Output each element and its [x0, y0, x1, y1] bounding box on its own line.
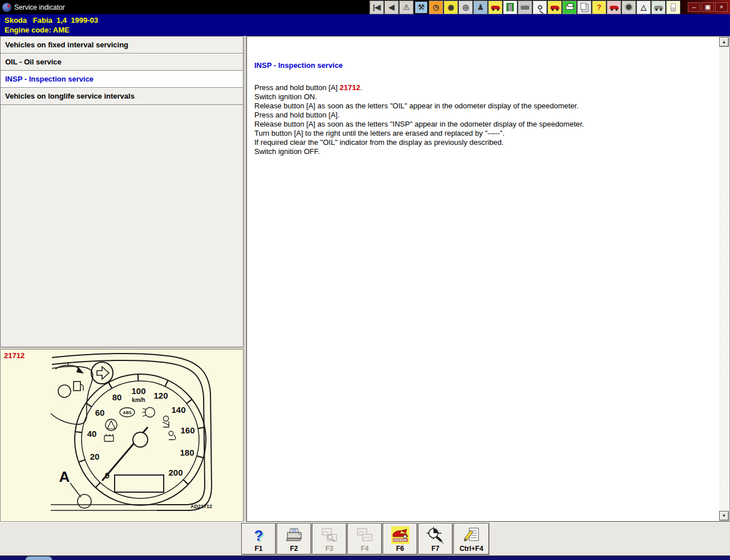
- app-icon: [2, 3, 11, 12]
- nav-car-codes-icon[interactable]: [548, 1, 562, 14]
- f4-label: F4: [360, 545, 368, 553]
- nav-technician-icon[interactable]: ♟: [473, 1, 488, 14]
- dial-label-160: 160: [180, 425, 194, 435]
- menu-item-oil-service[interactable]: OIL - Oil service: [1, 54, 243, 71]
- service-times-icon: [426, 527, 445, 544]
- taskbar-edge: [0, 555, 730, 560]
- vehicle-data-button[interactable]: F6: [383, 523, 417, 555]
- edit-document-icon: [463, 527, 481, 544]
- print-button[interactable]: F2: [277, 523, 311, 555]
- dial-label-200: 200: [168, 468, 182, 477]
- vertical-scrollbar[interactable]: ▲ ▼: [719, 37, 729, 521]
- images-icon: [356, 527, 374, 543]
- nav-first-icon[interactable]: |◀: [370, 1, 384, 14]
- nav-cars-icon[interactable]: [651, 1, 666, 14]
- minimize-button[interactable]: –: [688, 2, 700, 12]
- dial-label-140: 140: [171, 405, 185, 415]
- instruction-line: Release button [A] as soon as the letter…: [254, 102, 707, 111]
- f7-label: F7: [431, 545, 439, 553]
- f6-label: F6: [396, 545, 404, 553]
- instruction-line: Switch ignition OFF.: [254, 147, 707, 156]
- nav-service-indicator-icon[interactable]: [488, 1, 502, 14]
- dial-label-60: 60: [95, 408, 105, 417]
- service-times-button[interactable]: F7: [418, 523, 453, 555]
- papers-pictogram: [581, 3, 586, 10]
- restore-button[interactable]: ▣: [701, 2, 714, 12]
- f1-label: F1: [254, 545, 262, 553]
- figure-code: AD21712: [190, 504, 212, 509]
- nav-print-icon[interactable]: [562, 1, 577, 14]
- button-a-label: A: [59, 468, 70, 485]
- nav-warning-icon[interactable]: ⚠: [399, 1, 413, 14]
- dial-label-100: 100: [131, 386, 145, 396]
- instruction-line: Release button [A] as soon as the letter…: [254, 120, 707, 129]
- nav-back-icon[interactable]: ◀: [384, 1, 399, 14]
- nav-key-icon[interactable]: [533, 1, 547, 14]
- content-heading: INSP - Inspection service: [254, 61, 707, 70]
- instruction-line: If required clear the "OIL" indicator fr…: [254, 138, 707, 147]
- car-pictogram: [654, 6, 663, 9]
- nav-service-schedule-icon[interactable]: ◷: [429, 1, 443, 14]
- car-pictogram: [550, 6, 559, 9]
- function-key-toolbar: ? F1 F2 F3: [0, 522, 730, 555]
- help-button[interactable]: ? F1: [241, 523, 276, 555]
- glyph: ⚠: [403, 3, 410, 11]
- glyph: ◷: [433, 3, 439, 11]
- print-icon: [285, 527, 303, 543]
- taskbar-button-top: [25, 556, 52, 560]
- help-icon: ?: [254, 528, 263, 543]
- menu-item-fixed-interval[interactable]: Vehicles on fixed interval servicing: [1, 36, 243, 54]
- tyre-pictogram: [625, 3, 632, 11]
- nav-tyres-icon[interactable]: [622, 1, 636, 14]
- nav-dashboard-icon[interactable]: [518, 1, 532, 14]
- abs-lamp-label: ABS: [123, 411, 132, 415]
- menu-item-longlife[interactable]: Vehicles on longlife service intervals: [1, 88, 243, 105]
- nav-car-repair-icon[interactable]: [607, 1, 621, 14]
- dial-label-40: 40: [87, 429, 97, 439]
- nav-repair-info-icon[interactable]: ⚒: [414, 1, 428, 14]
- dial-label-20: 20: [90, 452, 100, 461]
- glyph: ?: [597, 3, 602, 11]
- instruction-ref-number: 21712: [340, 83, 360, 92]
- lift-pictogram: [506, 3, 514, 11]
- close-button[interactable]: ×: [715, 2, 728, 12]
- diagram-panel: 21712: [0, 349, 244, 522]
- switch-pictogram: [671, 3, 676, 11]
- vehicle-data-icon: [391, 526, 410, 544]
- printer-pictogram: [566, 5, 574, 10]
- nav-globe-icon[interactable]: ◎: [459, 1, 473, 14]
- nav-switch-icon[interactable]: [666, 1, 680, 14]
- scroll-up-button[interactable]: ▲: [719, 37, 729, 47]
- glyph: △: [641, 3, 647, 11]
- top-toolbar: |◀ ◀ ⚠ ⚒ ◷ ◉ ◎ ♟ ? △: [370, 0, 681, 14]
- images-button: F4: [347, 523, 382, 555]
- dial-label-180: 180: [180, 448, 194, 457]
- images-search-icon: [321, 527, 339, 543]
- nav-notes-icon[interactable]: [577, 1, 591, 14]
- instruction-text: Press and hold button [A]: [254, 83, 340, 92]
- instruction-line: Press and hold button [A] 21712.: [254, 83, 707, 92]
- service-menu: Vehicles on fixed interval servicing OIL…: [0, 36, 244, 347]
- scroll-down-button[interactable]: ▼: [719, 511, 729, 521]
- sidebar: Vehicles on fixed interval servicing OIL…: [0, 36, 244, 522]
- titlebar: Service indicator |◀ ◀ ⚠ ⚒ ◷ ◉ ◎ ♟ ? △ –…: [0, 0, 730, 14]
- menu-item-inspection-service[interactable]: INSP - Inspection service: [1, 71, 243, 88]
- glyph: ⚒: [418, 3, 425, 11]
- instruction-text: .: [360, 83, 363, 92]
- nav-abs-icon[interactable]: △: [636, 1, 651, 14]
- window-title: Service indicator: [14, 3, 65, 11]
- f3-label: F3: [325, 545, 333, 553]
- nav-pointer-icon[interactable]: ◉: [444, 1, 458, 14]
- speedometer-diagram: 0 20 40 60 80 100 120 140 160 180 200 km…: [1, 350, 244, 521]
- nav-help-car-icon[interactable]: ?: [592, 1, 606, 14]
- nav-lift-icon[interactable]: [503, 1, 517, 14]
- glyph: |◀: [373, 3, 381, 11]
- ctrl-f4-label: Ctrl+F4: [460, 545, 484, 553]
- instruction-line: Turn button [A] to the right until the l…: [254, 129, 707, 138]
- dial-label-120: 120: [153, 391, 168, 400]
- edit-document-button[interactable]: Ctrl+F4: [453, 523, 489, 555]
- car-pictogram: [491, 6, 500, 9]
- main-area: Vehicles on fixed interval servicing OIL…: [0, 36, 730, 522]
- glyph: ◉: [448, 3, 454, 11]
- content-panel: INSP - Inspection service Press and hold…: [246, 36, 730, 522]
